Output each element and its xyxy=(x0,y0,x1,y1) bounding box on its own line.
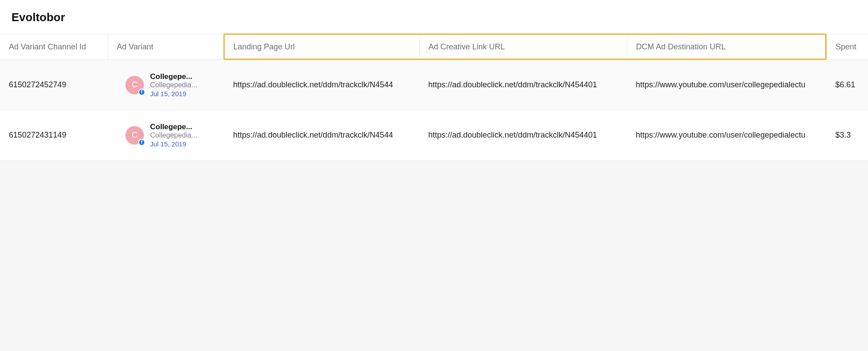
cell-spent: $3.3 xyxy=(826,110,868,161)
page: Evoltobor Ad Variant Channel Id Ad Varia… xyxy=(0,0,868,161)
page-gap xyxy=(0,161,868,205)
col-header-id[interactable]: Ad Variant Channel Id xyxy=(0,34,108,60)
variant-title: Collegepe... xyxy=(150,123,197,131)
table-header-row: Ad Variant Channel Id Ad Variant Landing… xyxy=(0,34,868,60)
variant-subtitle: Collegepedia... xyxy=(150,131,197,139)
cell-id: 6150272431149 xyxy=(0,110,108,161)
col-header-dcm[interactable]: DCM Ad Destination URL xyxy=(627,34,826,60)
col-header-variant[interactable]: Ad Variant xyxy=(108,34,224,60)
col-header-spent[interactable]: Spent xyxy=(826,34,868,60)
col-header-creative[interactable]: Ad Creative Link URL xyxy=(419,34,627,60)
table-wrap: Ad Variant Channel Id Ad Variant Landing… xyxy=(0,34,868,161)
variant-subtitle: Collegepedia... xyxy=(150,81,197,89)
cell-creative: https://ad.doubleclick.net/ddm/trackclk/… xyxy=(419,110,627,161)
table-body: 6150272452749 C f Collegepe... Collegepe… xyxy=(0,60,868,161)
cell-creative: https://ad.doubleclick.net/ddm/trackclk/… xyxy=(419,60,627,110)
table-row[interactable]: 6150272452749 C f Collegepe... Collegepe… xyxy=(0,60,868,110)
cell-id: 6150272452749 xyxy=(0,60,108,110)
cell-landing: https://ad.doubleclick.net/ddm/trackclk/… xyxy=(224,110,419,161)
cell-variant: C f Collegepe... Collegepedia... Jul 15,… xyxy=(108,110,224,161)
avatar: C f xyxy=(125,76,144,94)
facebook-badge-icon: f xyxy=(138,89,145,96)
variant-date: Jul 15, 2019 xyxy=(150,90,197,97)
cell-dcm: https://www.youtube.com/user/collegepedi… xyxy=(627,110,826,161)
variant-date: Jul 15, 2019 xyxy=(150,140,197,148)
cell-landing: https://ad.doubleclick.net/ddm/trackclk/… xyxy=(224,60,419,110)
table-row[interactable]: 6150272431149 C f Collegepe... Collegepe… xyxy=(0,110,868,161)
cell-variant: C f Collegepe... Collegepedia... Jul 15,… xyxy=(108,60,224,110)
cell-dcm: https://www.youtube.com/user/collegepedi… xyxy=(627,60,826,110)
cell-spent: $6.61 xyxy=(826,60,868,110)
page-title: Evoltobor xyxy=(0,0,868,34)
avatar: C f xyxy=(125,126,144,145)
col-header-landing[interactable]: Landing Page Url xyxy=(224,34,419,60)
facebook-badge-icon: f xyxy=(138,139,145,146)
variant-title: Collegepe... xyxy=(150,72,197,81)
data-table: Ad Variant Channel Id Ad Variant Landing… xyxy=(0,34,868,161)
